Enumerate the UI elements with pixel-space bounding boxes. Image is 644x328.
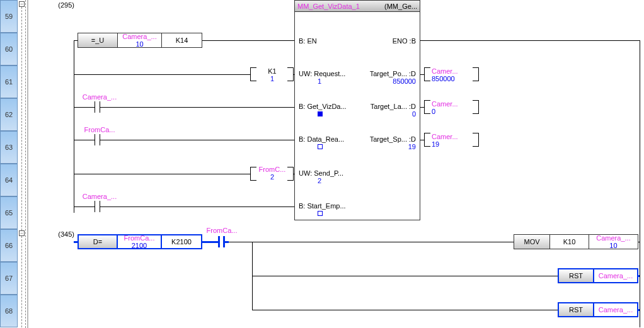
rst-instruction[interactable]: RST <box>558 302 594 317</box>
power-rail <box>74 40 74 213</box>
fb-port: UW: Request...1 <box>299 70 345 85</box>
fb-port-en: B: EN <box>299 37 317 45</box>
fold-line <box>21 7 22 230</box>
contact[interactable] <box>89 101 105 113</box>
compare-op[interactable]: D= <box>78 234 118 249</box>
mov-dest[interactable]: Camera_... 10 <box>589 234 638 249</box>
fb-port: UW: Send_P...2 <box>299 169 343 184</box>
compare-operand[interactable]: Camera_... 10 <box>118 33 162 48</box>
param-bracket-open <box>250 167 256 181</box>
fb-title: MM_Get_VizData_1 (MM_Ge... <box>295 1 420 12</box>
fb-port: B: Data_Rea... <box>299 135 344 150</box>
output-tag[interactable]: Camer...850000 <box>432 67 458 82</box>
contact-label: FromCa... <box>81 126 118 133</box>
right-rail <box>640 40 640 327</box>
mov-instruction[interactable]: MOV <box>514 234 550 249</box>
coil-close <box>473 133 479 147</box>
param-bracket-open <box>250 67 256 81</box>
row-num[interactable]: 62 <box>0 98 18 131</box>
coil-close <box>473 100 479 114</box>
row-num[interactable]: 65 <box>0 196 18 229</box>
contact-label: Camera_... <box>81 93 118 101</box>
fold-gutter: − − <box>18 0 26 328</box>
contact[interactable] <box>212 236 229 247</box>
rst-operand[interactable]: Camera_... <box>594 268 638 283</box>
coil-open <box>424 133 430 147</box>
fb-port: B: Start_Emp... <box>299 202 346 217</box>
ladder-canvas: 59 60 61 62 63 64 65 66 67 68 − − (295) … <box>0 0 644 328</box>
rail-bar <box>27 0 28 328</box>
compare-operand[interactable]: K14 <box>162 33 202 48</box>
row-num[interactable]: 68 <box>0 295 18 327</box>
fb-port-eno: ENO :B <box>393 37 416 45</box>
constant-param[interactable]: K1 1 <box>257 67 287 82</box>
row-num[interactable]: 66 <box>0 229 18 262</box>
row-num[interactable]: 60 <box>0 33 18 65</box>
fb-port: Target_Sp... :D19 <box>370 135 416 150</box>
fold-line <box>21 236 22 327</box>
contact[interactable] <box>89 201 105 212</box>
output-tag[interactable]: Camer...0 <box>432 100 458 115</box>
fb-name: MM_Get_VizData_1 <box>295 3 384 10</box>
coil-open <box>424 67 430 81</box>
row-num[interactable]: 59 <box>0 0 18 33</box>
fold-toggle-icon[interactable]: − <box>19 230 25 236</box>
row-num[interactable]: 64 <box>0 164 18 196</box>
compare-operand[interactable]: K2100 <box>162 234 202 249</box>
coil-close <box>473 67 479 81</box>
compare-operand[interactable]: FromCa... 2100 <box>118 234 162 249</box>
fb-port: Target_La... :D0 <box>371 103 416 118</box>
tag-param[interactable]: FromC... 2 <box>257 166 287 181</box>
compare-op[interactable]: =_U <box>78 33 118 48</box>
fold-toggle-icon[interactable]: − <box>19 1 25 7</box>
row-num[interactable]: 63 <box>0 131 18 164</box>
rst-operand[interactable]: Camera_... <box>594 302 638 317</box>
bit-indicator-off <box>318 144 323 149</box>
param-bracket-close <box>287 67 294 81</box>
contact-label: Camera_... <box>81 193 118 200</box>
row-number-gutter: 59 60 61 62 63 64 65 66 67 68 <box>0 0 18 328</box>
mov-source[interactable]: K10 <box>550 234 589 249</box>
fb-port: Target_Po... :D850000 <box>370 70 416 85</box>
row-num[interactable]: 67 <box>0 262 18 295</box>
param-bracket-close <box>287 167 294 181</box>
row-num[interactable]: 61 <box>0 65 18 98</box>
contact-label: FromCa... <box>205 227 239 234</box>
fb-instance: (MM_Ge... <box>384 3 420 10</box>
step-number: (295) <box>49 1 74 9</box>
bit-indicator-on <box>318 111 323 116</box>
output-tag[interactable]: Camer...19 <box>432 133 458 148</box>
coil-open <box>424 100 430 114</box>
fb-port: B: Get_VizDa... <box>299 103 347 118</box>
bit-indicator-off <box>318 211 323 216</box>
step-number: (345) <box>49 230 74 238</box>
function-block[interactable]: MM_Get_VizData_1 (MM_Ge... B: EN UW: Req… <box>294 0 420 220</box>
rst-instruction[interactable]: RST <box>558 268 594 283</box>
contact[interactable] <box>89 134 105 145</box>
